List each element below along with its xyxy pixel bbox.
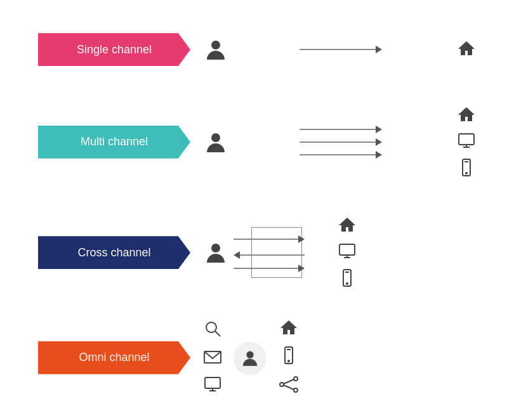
arrow-line	[300, 49, 376, 50]
network-icon-omni	[278, 374, 300, 398]
phone-icon-multi	[457, 158, 476, 180]
multi-arrows	[300, 126, 382, 159]
arrow-head	[376, 46, 382, 53]
svg-rect-9	[339, 244, 355, 255]
cross-arrow-top	[234, 235, 305, 243]
svg-point-15	[206, 322, 216, 332]
single-arrow	[300, 46, 382, 53]
omni-channel-banner: Omni channel	[38, 341, 190, 374]
multi-icons-col	[457, 105, 476, 180]
omni-central-person	[235, 343, 265, 373]
svg-point-8	[211, 244, 220, 253]
single-channel-label: Single channel	[77, 43, 152, 56]
svg-point-26	[294, 377, 298, 381]
cross-channel-row: Cross channel	[38, 215, 476, 290]
phone-icon-cross	[338, 268, 357, 290]
single-arrow-area	[236, 30, 445, 69]
cross-channel-banner: Cross channel	[38, 236, 190, 269]
omni-area	[197, 326, 476, 390]
cross-channel-label: Cross channel	[77, 246, 150, 259]
svg-line-16	[215, 331, 220, 336]
multi-arrow-3	[300, 151, 382, 159]
svg-point-6	[466, 173, 467, 174]
svg-rect-18	[205, 377, 220, 388]
omni-channel-label: Omni channel	[79, 351, 149, 364]
search-icon-omni	[203, 319, 222, 341]
omni-icons-right	[278, 318, 300, 398]
multi-arrow-1	[300, 126, 382, 133]
cross-channel-person	[202, 239, 230, 266]
svg-point-25	[280, 383, 284, 386]
cross-arrows-container	[234, 224, 335, 281]
home-icon-multi	[457, 105, 476, 126]
phone-icon-omni	[279, 346, 298, 367]
home-icon-single	[457, 39, 476, 60]
home-icon-cross	[338, 215, 357, 237]
single-channel-banner: Single channel	[38, 33, 190, 66]
home-icon-omni	[279, 318, 298, 339]
multi-channel-row: Multi channel	[38, 105, 476, 180]
multi-channel-banner: Multi channel	[38, 126, 190, 159]
svg-point-21	[246, 351, 253, 358]
single-channel-row: Single channel	[38, 30, 476, 69]
monitor-icon-multi	[457, 131, 476, 153]
omni-channel-row: Omni channel	[38, 326, 476, 390]
svg-point-23	[288, 360, 289, 362]
multi-channel-person	[202, 128, 230, 156]
cross-arrow-bot	[234, 265, 305, 272]
svg-point-0	[211, 41, 220, 49]
svg-point-27	[294, 388, 298, 392]
multi-arrow-2	[300, 138, 382, 146]
svg-line-29	[284, 385, 294, 390]
single-icons-col	[457, 39, 476, 60]
omni-icons-left	[203, 319, 222, 397]
diagram-container: Single channel Multi channel	[0, 0, 514, 420]
svg-point-1	[211, 133, 220, 142]
svg-point-13	[346, 283, 348, 284]
monitor-icon-omni	[203, 375, 222, 397]
multi-arrow-area	[236, 117, 445, 167]
multi-channel-label: Multi channel	[81, 135, 148, 148]
cross-arrow-mid	[234, 251, 305, 259]
cross-icons-col	[338, 215, 357, 290]
email-icon-omni	[203, 347, 222, 369]
single-channel-person	[202, 36, 230, 63]
svg-rect-2	[459, 134, 474, 145]
svg-line-28	[284, 379, 294, 384]
monitor-icon-cross	[338, 242, 357, 263]
